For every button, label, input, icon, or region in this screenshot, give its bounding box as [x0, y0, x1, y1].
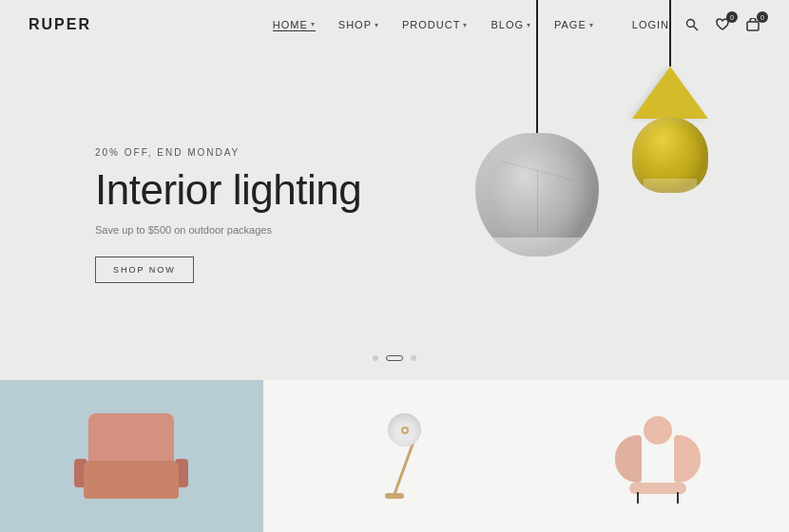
wishlist-badge: 0 [726, 11, 738, 23]
hero-content: 20% OFF, END MONDAY Interior lighting Sa… [95, 147, 361, 283]
yellow-lamp-body [632, 117, 708, 193]
slider-dot-3[interactable] [411, 355, 416, 361]
chevron-down-icon: ▾ [589, 21, 594, 29]
wishlist-icon[interactable]: 0 [715, 17, 730, 32]
hero-promo: 20% OFF, END MONDAY [95, 147, 361, 158]
nav-links: HOME ▾ SHOP ▾ PRODUCT ▾ BLOG ▾ PAGE ▾ [273, 19, 594, 31]
products-section [0, 380, 789, 532]
chair-head-circle [644, 416, 672, 445]
svg-line-1 [694, 27, 699, 31]
svg-point-0 [687, 20, 695, 28]
yellow-lamp-wrapper [618, 66, 722, 193]
armchair-illustration [74, 413, 188, 499]
nav-shop[interactable]: SHOP ▾ [338, 19, 379, 30]
nav-right: LOGIN 0 0 [632, 17, 760, 32]
svg-rect-2 [747, 22, 759, 30]
cart-icon[interactable]: 0 [745, 17, 760, 32]
nav-blog[interactable]: BLOG ▾ [491, 19, 531, 30]
chevron-down-icon: ▾ [311, 20, 316, 28]
yellow-lamp-top [632, 66, 708, 119]
nav-product[interactable]: PRODUCT ▾ [402, 19, 468, 30]
slider-dots [373, 355, 416, 361]
product-card-chair[interactable] [0, 380, 263, 532]
search-icon[interactable] [684, 17, 700, 32]
chair-seat [84, 461, 179, 499]
navbar: RUPER HOME ▾ SHOP ▾ PRODUCT ▾ BLOG ▾ PAG… [0, 0, 789, 49]
product-card-bg-3 [526, 380, 789, 532]
chevron-down-icon: ▾ [527, 21, 531, 29]
hero-title: Interior lighting [95, 167, 361, 213]
product-card-bg-2 [263, 380, 527, 532]
chevron-down-icon: ▾ [463, 21, 468, 29]
chair-back-left [615, 435, 642, 483]
product-card-designer-chair[interactable] [526, 380, 789, 532]
desk-lamp-illustration [347, 408, 442, 504]
designer-chair-illustration [610, 408, 705, 504]
gray-lamp-fold [475, 133, 599, 256]
lamp-head [388, 413, 421, 446]
slider-dot-2[interactable] [386, 355, 403, 361]
lamp-arm [394, 440, 415, 494]
chevron-down-icon: ▾ [375, 21, 379, 29]
slider-dot-1[interactable] [373, 355, 378, 361]
hero-subtitle: Save up to $500 on outdoor packages [95, 224, 361, 236]
lamp-ring [401, 427, 409, 434]
chair-back [88, 413, 174, 466]
nav-login[interactable]: LOGIN [632, 19, 669, 30]
cart-badge: 0 [757, 11, 768, 23]
hero-section: 20% OFF, END MONDAY Interior lighting Sa… [0, 0, 789, 380]
chair-back-right [674, 435, 701, 483]
chair-leg-left [637, 492, 639, 504]
nav-page[interactable]: PAGE ▾ [554, 19, 594, 30]
shop-now-button[interactable]: SHOP NOW [95, 256, 194, 283]
product-card-bg-1 [0, 380, 263, 532]
product-card-lamp[interactable] [263, 380, 527, 532]
gray-lamp-body [475, 133, 599, 256]
nav-home[interactable]: HOME ▾ [273, 19, 316, 31]
lamp-base [385, 493, 404, 499]
brand-logo[interactable]: RUPER [29, 16, 91, 33]
chair-leg-right [677, 492, 679, 504]
